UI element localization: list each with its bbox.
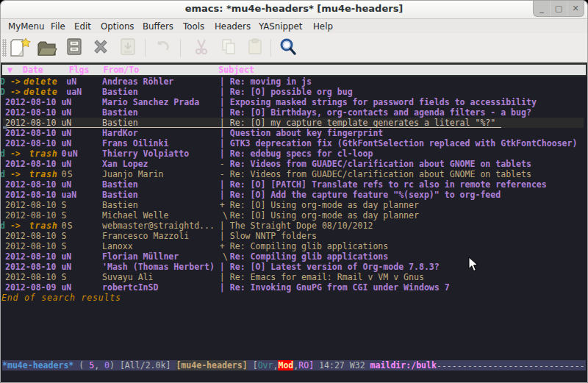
message-subject: Re: [O] Latest version of Org-mode 7.8.3…: [230, 262, 440, 272]
message-flags: uN: [68, 148, 78, 159]
thread-indicator: |: [220, 179, 225, 190]
modeline-week: W32: [350, 360, 365, 371]
message-flags: uN: [61, 138, 71, 148]
thread-indicator: \: [223, 251, 228, 262]
thread-indicator: |: [220, 97, 225, 107]
message-from: Xan Lopez: [102, 159, 148, 169]
message-from: Michael Welle: [102, 210, 168, 221]
message-flags: S: [68, 221, 73, 231]
message-flags: uN: [61, 262, 71, 272]
message-refcount: 0: [61, 148, 66, 159]
modeline-buffer-name: *mu4e-headers*: [2, 360, 74, 371]
message-subject: Re: moving in js: [230, 76, 312, 87]
message-date: 2012-08-10: [5, 118, 57, 128]
message-from: robertcInSD: [102, 282, 158, 293]
message-subject: Re: Invoking GnuPG from CGI under Window…: [230, 282, 450, 293]
thread-indicator: +: [220, 200, 225, 210]
message-row[interactable]: 2012-08-10uNBastien|Re: [O] my capture t…: [0, 118, 587, 128]
message-row[interactable]: 2012-08-10uNBastien|Re: [O] [PATCH] Tran…: [0, 179, 587, 190]
message-prefix: D: [0, 87, 5, 97]
message-thread: |: [220, 107, 225, 118]
message-row[interactable]: 2012-08-10uNXan Lopez-Re: Videos from GU…: [0, 159, 587, 169]
modeline-mode: [mu4e-headers]: [176, 360, 247, 371]
message-flags: S: [61, 200, 66, 210]
thread-indicator: |: [220, 262, 225, 272]
modeline-time: 14:27: [319, 360, 345, 371]
thread-indicator: |: [220, 107, 225, 118]
message-row[interactable]: D->deleteuaNBastien|Re: [O] possible org…: [0, 87, 587, 97]
message-row[interactable]: 2012-08-10uNFlorian Müllner\Re: Compilin…: [0, 251, 587, 262]
message-thread: -: [220, 159, 225, 169]
message-subject: Re: Compiling glib applications: [230, 241, 389, 251]
message-flags: S: [61, 241, 66, 251]
modeline-paren: ): [110, 360, 115, 371]
message-thread: |: [220, 138, 225, 148]
message-mark: d: [0, 221, 5, 231]
thread-indicator: |: [220, 138, 225, 148]
message-refcount: 0: [61, 169, 66, 179]
message-mark: D: [0, 87, 5, 97]
message-flags: uaN: [61, 190, 76, 200]
message-action-arrow: ->: [10, 221, 21, 231]
message-flags: uN: [61, 118, 71, 128]
message-action-arrow: ->: [10, 148, 21, 159]
message-mark: d: [0, 169, 5, 179]
message-row[interactable]: 2012-08-10SMichael Welle\Re: [O] Using o…: [0, 210, 587, 221]
message-subject: Re: [O] Using org-mode as day planner: [230, 210, 419, 221]
message-from: Lanoxx: [102, 241, 133, 251]
message-action: trash: [29, 221, 58, 231]
message-from: Bastien: [102, 190, 138, 200]
message-thread: |: [220, 76, 225, 87]
thread-indicator: |: [220, 128, 225, 138]
message-row[interactable]: D->deleteuNAndreas Röhler|Re: moving in …: [0, 76, 587, 87]
message-row[interactable]: 2012-08-10SSuvayu Ali|Re: Emacs for emai…: [0, 272, 587, 282]
message-action: delete: [24, 76, 58, 87]
message-from: Bastien: [102, 87, 138, 97]
message-thread: |: [220, 221, 225, 231]
message-thread: |: [220, 282, 225, 293]
message-flags: uN: [61, 128, 71, 138]
message-prefix: d: [0, 169, 5, 179]
message-from: Mario Sanchez Prada: [102, 97, 199, 107]
modeline-dashes: -----------------------------: [437, 361, 585, 371]
message-row[interactable]: 2012-08-10SBastien+Re: [O] Using org-mod…: [0, 200, 587, 210]
thread-indicator: |: [220, 148, 225, 159]
message-thread: \: [223, 210, 228, 221]
message-flags: uN: [61, 107, 71, 118]
mouse-pointer: [468, 257, 480, 272]
message-action: trash: [29, 148, 58, 159]
message-row[interactable]: 2012-08-10uN'Mash (Thomas Herbert)|Re: […: [0, 262, 587, 272]
message-from: Florian Müllner: [102, 251, 179, 262]
thread-indicator: |: [220, 118, 225, 128]
message-row[interactable]: 2012-08-10SLanoxx+Re: Compiling glib app…: [0, 241, 587, 251]
message-row[interactable]: 2012-08-10uaNBastien|Re: [O] Add the cap…: [0, 190, 587, 200]
message-row[interactable]: d->trash0uNThierry Volpiatto|Re: edebug …: [0, 148, 587, 159]
message-thread: |: [220, 179, 225, 190]
message-from: Bastien: [102, 107, 138, 118]
modeline-text: *mu4e-headers* ( 5, 0) [All/2.0k] [mu4e-…: [2, 360, 585, 371]
message-row[interactable]: d->trash0SJuanjo Marin-Re: Videos from G…: [0, 169, 587, 179]
message-row[interactable]: 2012-08-09uNrobertcInSD|Re: Invoking Gnu…: [0, 282, 587, 293]
message-date: 2012-08-10: [5, 138, 57, 148]
message-date: 2012-08-10: [5, 128, 57, 138]
message-subject: Question about key fingerprint: [230, 128, 384, 138]
message-subject: Slow NNTP folders: [230, 231, 317, 241]
message-row[interactable]: 2012-08-10uNMario Sanchez Prada|Exposing…: [0, 97, 587, 107]
message-from: Andreas Röhler: [102, 76, 173, 87]
message-subject: Re: [O] Birthdays, org-contacts and agen…: [230, 107, 531, 118]
message-row[interactable]: 2012-08-10SFrancesco Mazzoli|Slow NNTP f…: [0, 231, 587, 241]
message-row[interactable]: 2012-08-10uNBastien|Re: [O] Birthdays, o…: [0, 107, 587, 118]
message-from: Bastien: [102, 118, 138, 128]
message-subject: Re: [O] possible org bug: [230, 87, 353, 97]
message-row[interactable]: 2012-08-10uNHardKor|Question about key f…: [0, 128, 587, 138]
message-thread: |: [220, 148, 225, 159]
message-date: 2012-08-10: [5, 159, 57, 169]
message-row[interactable]: d->trash0Swebmaster@straightd...|The Str…: [0, 221, 587, 231]
message-flags: uN: [61, 179, 71, 190]
message-row[interactable]: 2012-08-10uNFrans Oilinki|GTK3 deprecati…: [0, 138, 587, 148]
message-thread: +: [220, 200, 225, 210]
message-prefix: d: [0, 221, 5, 231]
message-subject: GTK3 deprecation fix (GtkFontSelection r…: [230, 138, 578, 148]
message-from: Suvayu Ali: [102, 272, 154, 282]
message-date: 2012-08-10: [5, 262, 57, 272]
